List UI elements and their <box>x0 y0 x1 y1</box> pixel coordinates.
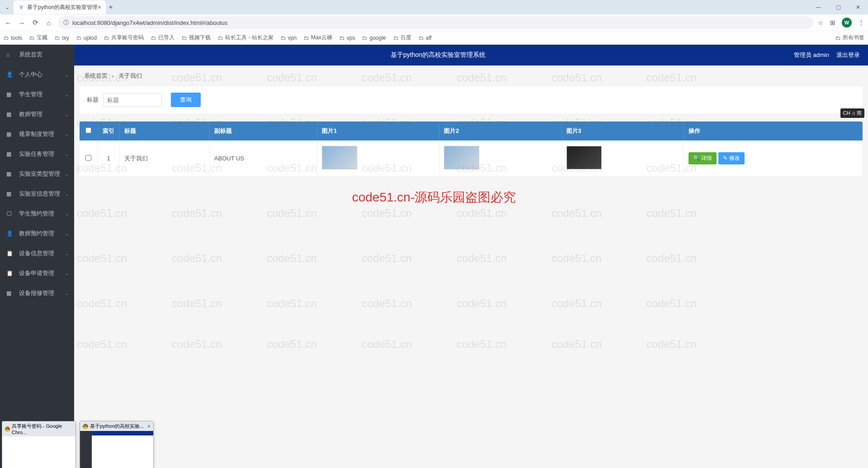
chevron-down-icon: ⌄ <box>65 192 69 197</box>
sidebar-item-11[interactable]: 📋设备申请管理⌄ <box>0 263 74 283</box>
browser-tab[interactable]: V 基于python的高校实验室管理 × <box>14 0 106 14</box>
desktop-icon: 🖵 <box>6 211 14 217</box>
sidebar-item-2[interactable]: ▦学生管理⌄ <box>0 84 74 104</box>
sidebar: ⌂系统首页👤个人中心⌄▦学生管理⌄▦教师管理⌄▦规章制度管理⌄▦实验任务管理⌄▦… <box>0 45 74 468</box>
folder-icon: 🗀 <box>419 35 424 41</box>
task-thumbnail <box>80 431 153 468</box>
bookmark-item[interactable]: 🗀txy <box>55 35 69 41</box>
cell-img1 <box>317 140 439 177</box>
bookmark-item[interactable]: 🗀已导入 <box>151 34 175 42</box>
folder-icon: 🗀 <box>304 35 309 41</box>
bookmark-item[interactable]: 🗀百度 <box>393 34 411 42</box>
taskbar: 共享账号密码 - Google Chro...基于python的高校实验...× <box>0 419 868 468</box>
row-checkbox[interactable] <box>85 155 91 161</box>
image-thumb[interactable] <box>322 146 357 169</box>
cell-title: 关于我们 <box>119 140 209 177</box>
sidebar-item-7[interactable]: ▦实验室信息管理⌄ <box>0 184 74 204</box>
select-all-checkbox[interactable] <box>85 127 91 133</box>
chevron-down-icon: ⌄ <box>65 152 69 157</box>
bookmark-star-icon[interactable]: ☆ <box>818 19 824 26</box>
folder-icon: 🗀 <box>55 35 60 41</box>
logout-link[interactable]: 退出登录 <box>836 51 860 59</box>
folder-icon: 🗀 <box>218 35 223 41</box>
folder-icon: 🗀 <box>340 35 345 41</box>
ime-indicator[interactable]: CH ♫ 简 <box>840 108 864 118</box>
select-all-cell <box>80 122 98 140</box>
close-window-button[interactable]: ✕ <box>848 0 868 14</box>
search-button[interactable]: 查询 <box>171 93 201 107</box>
breadcrumb-home[interactable]: 系统首页 <box>84 72 108 79</box>
bookmark-item[interactable]: 🗀共享账号密码 <box>104 34 144 42</box>
bookmark-item[interactable]: 🗀视频下载 <box>182 34 211 42</box>
sidebar-item-label: 设备信息管理 <box>19 249 54 257</box>
reload-button[interactable]: ⟳ <box>31 19 40 27</box>
chevron-down-icon: ⌄ <box>65 172 69 177</box>
all-bookmarks[interactable]: 🗀所有书签 <box>835 34 864 42</box>
bookmark-item[interactable]: 🗀google <box>362 35 386 41</box>
grid-icon: ▦ <box>6 171 14 177</box>
profile-avatar[interactable]: W <box>842 18 852 28</box>
edit-button[interactable]: ✎ 修改 <box>718 152 744 164</box>
bookmark-item[interactable]: 🗀vps <box>340 35 355 41</box>
topbar: 基于python的高校实验室管理系统 管理员 admin 退出登录 <box>74 45 868 66</box>
sidebar-item-10[interactable]: 📋设备信息管理⌄ <box>0 243 74 263</box>
bookmark-item[interactable]: 🗀vpn <box>281 35 297 41</box>
sidebar-item-1[interactable]: 👤个人中心⌄ <box>0 65 74 84</box>
bookmark-item[interactable]: 🗀tools <box>4 35 22 41</box>
home-button[interactable]: ⌂ <box>44 19 53 27</box>
sidebar-item-0[interactable]: ⌂系统首页 <box>0 45 74 65</box>
sidebar-item-5[interactable]: ▦实验任务管理⌄ <box>0 144 74 164</box>
home-icon: ⌂ <box>6 51 14 58</box>
folder-icon: 🗀 <box>29 35 35 41</box>
cell-img3 <box>561 140 684 177</box>
detail-button[interactable]: 🔍 详情 <box>689 152 717 164</box>
bookmark-item[interactable]: 🗀aff <box>419 35 432 41</box>
new-tab-button[interactable]: + <box>108 3 113 11</box>
bookmark-item[interactable]: 🗀Max云梯 <box>304 34 332 42</box>
folder-icon: 🗀 <box>362 35 368 41</box>
chevron-down-icon: ⌄ <box>65 72 69 77</box>
maximize-button[interactable]: ▢ <box>828 0 848 14</box>
user-icon: 👤 <box>6 230 14 237</box>
search-panel: 标题 查询 <box>80 86 863 113</box>
close-icon[interactable]: × <box>98 4 101 11</box>
sidebar-item-9[interactable]: 👤教师预约管理⌄ <box>0 224 74 243</box>
user-icon: 👤 <box>6 71 14 78</box>
sidebar-item-label: 学生管理 <box>19 90 42 98</box>
sidebar-item-3[interactable]: ▦教师管理⌄ <box>0 104 74 124</box>
folder-icon: 🗀 <box>76 35 82 41</box>
image-thumb[interactable] <box>566 146 602 169</box>
bookmarks-bar: 🗀tools🗀宝藏🗀txy🗀uplod🗀共享账号密码🗀已导入🗀视频下载🗀站长工具… <box>0 31 868 44</box>
extensions-icon[interactable]: ⊞ <box>830 19 835 26</box>
site-info-icon[interactable]: ⓘ <box>63 19 69 27</box>
search-input[interactable] <box>103 93 162 107</box>
back-button[interactable]: ← <box>4 19 13 27</box>
chevron-down-icon: ⌄ <box>65 271 69 276</box>
col-title: 标题 <box>119 122 209 140</box>
clip-icon: 📋 <box>6 270 14 276</box>
bookmark-item[interactable]: 🗀站长工具 - 站长之家 <box>218 34 274 42</box>
bookmark-item[interactable]: 🗀宝藏 <box>29 34 47 42</box>
grid-icon: ▦ <box>6 151 14 157</box>
grid-icon: ▦ <box>6 191 14 197</box>
cell-subtitle: ABOUT US <box>209 140 317 177</box>
image-thumb[interactable] <box>444 146 479 169</box>
sidebar-item-12[interactable]: ▦设备报修管理⌄ <box>0 283 74 303</box>
url-input[interactable]: ⓘ localhost:8080/django7x4wt/admin/dist/… <box>58 16 813 29</box>
window-controls: — ▢ ✕ <box>808 0 868 14</box>
bookmark-item[interactable]: 🗀uplod <box>76 35 97 41</box>
menu-icon[interactable]: ⋮ <box>858 19 864 26</box>
minimize-button[interactable]: — <box>808 0 828 14</box>
chevron-down-icon: ⌄ <box>65 291 69 296</box>
vue-favicon: V <box>18 4 24 10</box>
close-icon[interactable]: × <box>147 423 151 430</box>
chevron-down-icon: ⌄ <box>65 132 69 137</box>
sidebar-item-6[interactable]: ▦实验室类型管理⌄ <box>0 164 74 184</box>
sidebar-item-4[interactable]: ▦规章制度管理⌄ <box>0 124 74 144</box>
taskbar-preview[interactable]: 基于python的高校实验...× <box>80 421 154 468</box>
taskbar-preview[interactable]: 共享账号密码 - Google Chro... <box>2 421 76 468</box>
task-title-text: 基于python的高校实验... <box>90 423 144 430</box>
forward-button[interactable]: → <box>17 19 26 27</box>
sidebar-item-8[interactable]: 🖵学生预约管理⌄ <box>0 204 74 224</box>
tabs-dropdown[interactable]: ⌄ <box>4 4 11 10</box>
